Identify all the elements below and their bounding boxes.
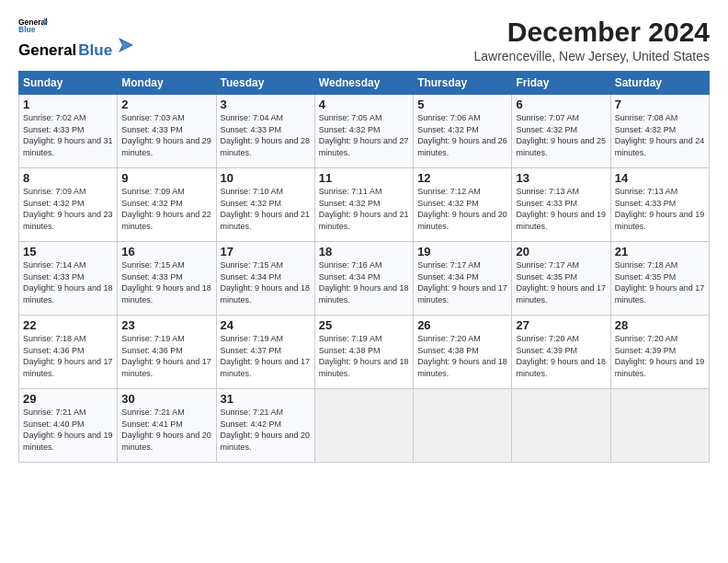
calendar-cell: 18Sunrise: 7:16 AMSunset: 4:34 PMDayligh… xyxy=(314,242,413,316)
calendar-cell: 9Sunrise: 7:09 AMSunset: 4:32 PMDaylight… xyxy=(118,168,216,242)
calendar-cell: 11Sunrise: 7:11 AMSunset: 4:32 PMDayligh… xyxy=(314,168,413,242)
day-number: 10 xyxy=(221,171,311,185)
day-number: 22 xyxy=(23,318,113,332)
calendar-cell: 20Sunrise: 7:17 AMSunset: 4:35 PMDayligh… xyxy=(512,242,610,316)
calendar-header-wednesday: Wednesday xyxy=(314,72,413,95)
day-number: 21 xyxy=(615,245,705,259)
day-info: Sunrise: 7:19 AMSunset: 4:38 PMDaylight:… xyxy=(319,334,409,378)
day-number: 17 xyxy=(221,245,311,259)
calendar-cell: 30Sunrise: 7:21 AMSunset: 4:41 PMDayligh… xyxy=(118,389,216,463)
calendar-cell xyxy=(512,389,610,463)
calendar-header-sunday: Sunday xyxy=(19,72,118,95)
day-info: Sunrise: 7:15 AMSunset: 4:33 PMDaylight:… xyxy=(121,260,211,304)
day-number: 5 xyxy=(417,98,507,111)
day-number: 28 xyxy=(615,318,705,332)
calendar-cell: 5Sunrise: 7:06 AMSunset: 4:32 PMDaylight… xyxy=(414,95,512,168)
calendar-cell: 27Sunrise: 7:20 AMSunset: 4:39 PMDayligh… xyxy=(512,316,610,389)
day-number: 14 xyxy=(615,171,705,185)
day-number: 25 xyxy=(319,318,409,332)
day-number: 15 xyxy=(23,245,113,259)
calendar-header-friday: Friday xyxy=(512,72,610,95)
calendar-cell: 12Sunrise: 7:12 AMSunset: 4:32 PMDayligh… xyxy=(414,168,512,242)
calendar-cell: 17Sunrise: 7:15 AMSunset: 4:34 PMDayligh… xyxy=(216,242,314,316)
main-title: December 2024 xyxy=(473,17,710,47)
calendar-week-row: 22Sunrise: 7:18 AMSunset: 4:36 PMDayligh… xyxy=(19,316,710,389)
day-number: 23 xyxy=(121,318,211,332)
day-info: Sunrise: 7:14 AMSunset: 4:33 PMDaylight:… xyxy=(23,260,113,304)
day-info: Sunrise: 7:18 AMSunset: 4:36 PMDaylight:… xyxy=(23,334,113,378)
day-number: 24 xyxy=(221,318,311,332)
calendar-cell: 7Sunrise: 7:08 AMSunset: 4:32 PMDaylight… xyxy=(610,95,709,168)
day-number: 18 xyxy=(319,245,409,259)
day-number: 30 xyxy=(121,392,211,406)
logo: General Blue General Blue xyxy=(18,17,135,60)
day-number: 31 xyxy=(221,392,311,406)
day-info: Sunrise: 7:12 AMSunset: 4:32 PMDaylight:… xyxy=(417,187,507,231)
calendar-cell: 10Sunrise: 7:10 AMSunset: 4:32 PMDayligh… xyxy=(216,168,314,242)
calendar-cell: 19Sunrise: 7:17 AMSunset: 4:34 PMDayligh… xyxy=(414,242,512,316)
day-info: Sunrise: 7:20 AMSunset: 4:39 PMDaylight:… xyxy=(615,334,705,378)
day-number: 16 xyxy=(121,245,211,259)
calendar-cell: 25Sunrise: 7:19 AMSunset: 4:38 PMDayligh… xyxy=(314,316,413,389)
calendar-header-saturday: Saturday xyxy=(610,72,709,95)
svg-text:Blue: Blue xyxy=(18,25,36,34)
logo-general: General xyxy=(18,41,76,60)
calendar-table: SundayMondayTuesdayWednesdayThursdayFrid… xyxy=(18,71,710,463)
subtitle: Lawrenceville, New Jersey, United States xyxy=(473,49,710,63)
day-info: Sunrise: 7:21 AMSunset: 4:41 PMDaylight:… xyxy=(121,408,211,452)
calendar-header-monday: Monday xyxy=(118,72,216,95)
calendar-cell xyxy=(610,389,709,463)
day-number: 7 xyxy=(615,98,705,111)
day-number: 19 xyxy=(417,245,507,259)
day-number: 8 xyxy=(23,171,113,185)
day-number: 6 xyxy=(516,98,606,111)
day-number: 2 xyxy=(121,98,211,111)
day-info: Sunrise: 7:08 AMSunset: 4:32 PMDaylight:… xyxy=(615,113,705,157)
calendar-cell: 31Sunrise: 7:21 AMSunset: 4:42 PMDayligh… xyxy=(216,389,314,463)
day-info: Sunrise: 7:21 AMSunset: 4:42 PMDaylight:… xyxy=(221,408,311,452)
calendar-header-tuesday: Tuesday xyxy=(216,72,314,95)
day-number: 13 xyxy=(516,171,606,185)
header: General Blue General Blue December 2024 … xyxy=(18,17,710,63)
calendar-cell: 28Sunrise: 7:20 AMSunset: 4:39 PMDayligh… xyxy=(610,316,709,389)
day-info: Sunrise: 7:21 AMSunset: 4:40 PMDaylight:… xyxy=(23,408,113,452)
calendar-cell: 13Sunrise: 7:13 AMSunset: 4:33 PMDayligh… xyxy=(512,168,610,242)
day-info: Sunrise: 7:17 AMSunset: 4:34 PMDaylight:… xyxy=(417,260,507,304)
title-block: December 2024 Lawrenceville, New Jersey,… xyxy=(473,17,710,63)
calendar-cell: 23Sunrise: 7:19 AMSunset: 4:36 PMDayligh… xyxy=(118,316,216,389)
day-number: 9 xyxy=(121,171,211,185)
day-info: Sunrise: 7:05 AMSunset: 4:32 PMDaylight:… xyxy=(319,113,409,157)
page: General Blue General Blue December 2024 … xyxy=(0,0,728,563)
day-info: Sunrise: 7:10 AMSunset: 4:32 PMDaylight:… xyxy=(221,187,311,231)
day-number: 26 xyxy=(417,318,507,332)
logo-blue: Blue xyxy=(78,41,112,60)
calendar-cell: 14Sunrise: 7:13 AMSunset: 4:33 PMDayligh… xyxy=(610,168,709,242)
day-info: Sunrise: 7:19 AMSunset: 4:36 PMDaylight:… xyxy=(121,334,211,378)
calendar-cell xyxy=(414,389,512,463)
logo-icon: General Blue xyxy=(18,17,48,35)
calendar-cell: 21Sunrise: 7:18 AMSunset: 4:35 PMDayligh… xyxy=(610,242,709,316)
day-info: Sunrise: 7:15 AMSunset: 4:34 PMDaylight:… xyxy=(221,260,311,304)
day-info: Sunrise: 7:13 AMSunset: 4:33 PMDaylight:… xyxy=(615,187,705,231)
calendar-cell: 1Sunrise: 7:02 AMSunset: 4:33 PMDaylight… xyxy=(19,95,118,168)
calendar-cell: 24Sunrise: 7:19 AMSunset: 4:37 PMDayligh… xyxy=(216,316,314,389)
calendar-cell: 6Sunrise: 7:07 AMSunset: 4:32 PMDaylight… xyxy=(512,95,610,168)
day-info: Sunrise: 7:20 AMSunset: 4:38 PMDaylight:… xyxy=(417,334,507,378)
day-number: 20 xyxy=(516,245,606,259)
day-number: 4 xyxy=(319,98,409,111)
day-info: Sunrise: 7:09 AMSunset: 4:32 PMDaylight:… xyxy=(121,187,211,231)
calendar-cell: 29Sunrise: 7:21 AMSunset: 4:40 PMDayligh… xyxy=(19,389,118,463)
day-info: Sunrise: 7:17 AMSunset: 4:35 PMDaylight:… xyxy=(516,260,606,304)
day-number: 27 xyxy=(516,318,606,332)
day-info: Sunrise: 7:13 AMSunset: 4:33 PMDaylight:… xyxy=(516,187,606,231)
day-number: 12 xyxy=(417,171,507,185)
calendar-cell: 15Sunrise: 7:14 AMSunset: 4:33 PMDayligh… xyxy=(19,242,118,316)
calendar-cell xyxy=(314,389,413,463)
day-info: Sunrise: 7:20 AMSunset: 4:39 PMDaylight:… xyxy=(516,334,606,378)
calendar-cell: 8Sunrise: 7:09 AMSunset: 4:32 PMDaylight… xyxy=(19,168,118,242)
logo-arrow-icon xyxy=(115,35,135,55)
day-number: 11 xyxy=(319,171,409,185)
calendar-cell: 3Sunrise: 7:04 AMSunset: 4:33 PMDaylight… xyxy=(216,95,314,168)
day-info: Sunrise: 7:02 AMSunset: 4:33 PMDaylight:… xyxy=(23,113,113,157)
day-info: Sunrise: 7:19 AMSunset: 4:37 PMDaylight:… xyxy=(221,334,311,378)
